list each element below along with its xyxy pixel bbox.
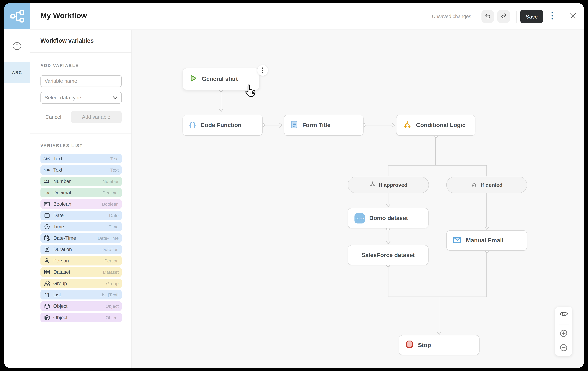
branch-pill-if-approved[interactable]: If approved xyxy=(348,176,429,193)
data-type-select[interactable]: Select data type xyxy=(41,92,122,104)
node-code-function[interactable]: { } Code Function xyxy=(182,115,262,136)
variable-label: Text xyxy=(53,156,62,161)
header-divider xyxy=(564,11,564,23)
node-salesforce-dataset[interactable]: SalesForce dataset xyxy=(348,245,429,265)
node-conditional-logic[interactable]: Conditional Logic xyxy=(396,115,475,136)
node-stop[interactable]: Stop xyxy=(399,335,480,355)
redo-button[interactable] xyxy=(497,10,510,23)
zoom-out-button[interactable] xyxy=(555,341,572,355)
variable-type: Date xyxy=(109,213,118,218)
variable-label: Decimal xyxy=(53,190,71,196)
canvas-zoom-controls xyxy=(555,307,572,356)
cancel-button[interactable]: Cancel xyxy=(45,111,61,123)
node-label: Manual Email xyxy=(466,237,503,244)
variable-label: Dataset xyxy=(53,269,70,275)
screenshot-stage: My Workflow Unsaved changes Save xyxy=(0,0,588,371)
variable-label: Number xyxy=(53,178,71,184)
divider xyxy=(559,324,568,324)
eye-icon xyxy=(559,311,568,318)
variable-type: Decimal xyxy=(102,190,119,195)
more-options-button[interactable] xyxy=(548,10,557,23)
text-icon: ABC xyxy=(43,168,50,172)
variable-row-object-filled[interactable]: Object Object xyxy=(41,313,122,322)
variable-row-date[interactable]: Date Date xyxy=(41,211,122,220)
variable-label: Duration xyxy=(53,247,72,252)
variable-row-group[interactable]: Group Group xyxy=(41,279,122,288)
variable-label: Text xyxy=(53,167,62,173)
variable-row-text[interactable]: ABC Text Text xyxy=(41,165,122,175)
save-button-label: Save xyxy=(526,13,538,20)
pill-label: If approved xyxy=(379,182,408,188)
abc-label: ABC xyxy=(12,70,22,75)
node-form-title[interactable]: Form Title xyxy=(284,115,364,136)
node-label: Code Function xyxy=(200,122,242,129)
variable-type: Text xyxy=(110,167,119,173)
preview-button[interactable] xyxy=(555,307,572,323)
divider xyxy=(30,52,131,53)
data-type-select-value: Select data type xyxy=(45,95,81,100)
variable-row-boolean[interactable]: Boolean Boolean xyxy=(41,199,122,209)
domo-logo-icon: DOMO xyxy=(354,213,365,223)
variable-row-object[interactable]: Object Object xyxy=(41,301,122,311)
variable-row-text[interactable]: ABC Text Text xyxy=(41,154,122,163)
duration-icon xyxy=(43,247,50,252)
list-icon: [ ] xyxy=(43,293,50,297)
variable-row-list[interactable]: [ ] List List [Text] xyxy=(41,290,122,299)
number-icon: 123 xyxy=(43,179,50,183)
domo-logo-text: DOMO xyxy=(356,217,364,219)
group-icon xyxy=(43,281,50,286)
variable-row-number[interactable]: 123 Number Number xyxy=(41,176,122,186)
variable-row-dataset[interactable]: Dataset Dataset xyxy=(41,267,122,277)
variable-row-person[interactable]: Person Person xyxy=(41,256,122,265)
node-label: Conditional Logic xyxy=(416,122,466,129)
boolean-icon xyxy=(43,202,50,206)
variable-row-datetime[interactable]: Date-Time Date-Time xyxy=(41,233,122,243)
code-braces-icon: { } xyxy=(189,121,196,129)
date-icon xyxy=(43,213,50,218)
zoom-in-button[interactable] xyxy=(555,327,572,341)
workflow-variables-panel: Workflow variables ADD VARIABLE Select d… xyxy=(30,30,131,368)
person-icon xyxy=(43,258,50,263)
sidebar-item-variables[interactable]: ABC xyxy=(4,62,30,83)
sidebar-item-info[interactable] xyxy=(4,39,30,55)
variable-name-input[interactable] xyxy=(41,75,122,87)
variable-label: Person xyxy=(53,258,69,263)
save-button[interactable]: Save xyxy=(520,10,543,23)
variable-type: Text xyxy=(110,156,119,161)
branch-pill-if-denied[interactable]: If denied xyxy=(446,176,527,193)
variable-row-duration[interactable]: Duration Duration xyxy=(41,245,122,254)
close-icon xyxy=(570,12,576,20)
node-menu-button[interactable] xyxy=(257,65,268,76)
close-button[interactable] xyxy=(567,11,579,22)
variable-type: Duration xyxy=(102,247,119,252)
node-label: General start xyxy=(202,76,238,83)
pill-label: If denied xyxy=(481,182,503,188)
variable-row-decimal[interactable]: .00 Decimal Decimal xyxy=(41,188,122,197)
undo-button[interactable] xyxy=(481,10,494,23)
variable-label: Group xyxy=(53,281,67,286)
variable-type: Group xyxy=(106,281,119,286)
variable-label: Time xyxy=(53,224,64,229)
add-variable-button[interactable]: Add variable xyxy=(71,111,122,123)
stop-octagon-icon xyxy=(406,340,413,350)
variable-type: List [Text] xyxy=(99,292,119,297)
undo-icon xyxy=(484,12,491,21)
add-variable-heading: ADD VARIABLE xyxy=(41,63,79,68)
cursor-pointer-icon xyxy=(245,84,256,98)
node-manual-email[interactable]: Manual Email xyxy=(446,230,527,251)
divider xyxy=(30,133,131,133)
workflow-logo xyxy=(4,3,30,29)
info-icon xyxy=(12,42,22,52)
cancel-button-label: Cancel xyxy=(45,114,61,120)
variable-type: Time xyxy=(109,224,119,229)
variable-label: Object xyxy=(53,315,67,320)
variable-type: Number xyxy=(103,179,119,184)
workflow-canvas[interactable]: General start { } Code Function Form Tit… xyxy=(132,30,584,368)
object-icon xyxy=(43,303,50,309)
branch-small-icon xyxy=(369,181,376,189)
node-domo-dataset[interactable]: DOMO Domo dataset xyxy=(348,208,429,228)
datetime-icon xyxy=(43,235,50,241)
form-icon xyxy=(291,120,298,130)
node-label: Domo dataset xyxy=(369,215,408,222)
variable-row-time[interactable]: Time Time xyxy=(41,222,122,231)
